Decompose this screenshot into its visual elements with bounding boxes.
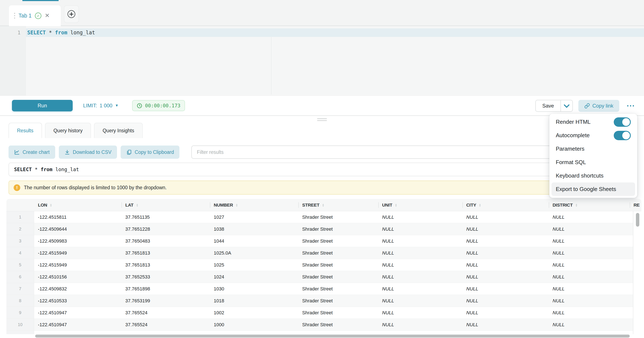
table-cell: 37.765524: [122, 307, 210, 318]
close-tab-icon[interactable]: ✕: [45, 13, 50, 19]
menu-item-label: Parameters: [556, 145, 584, 152]
column-header-street[interactable]: STREET▲▼: [298, 199, 378, 211]
sql-editor[interactable]: 1 SELECT * from long_lat: [0, 26, 644, 96]
copy-link-label: Copy link: [592, 103, 614, 109]
table-row[interactable]: 6-122.451015637.76525331024Shrader Stree…: [6, 271, 633, 283]
table-row[interactable]: 1-122.451581137.76511351027Shrader Stree…: [6, 211, 633, 223]
menu-item-render-html[interactable]: Render HTML: [550, 115, 637, 129]
table-cell: NULL: [549, 259, 630, 271]
table-row[interactable]: 3-122.450998337.76504831044Shrader Stree…: [6, 235, 633, 247]
sort-icon[interactable]: ▲▼: [50, 203, 52, 207]
copy-to-clipboard-button[interactable]: Copy to Clipboard: [120, 145, 180, 159]
table-cell: Shrader Street: [298, 295, 378, 307]
table-cell: 37.7650483: [122, 235, 210, 247]
column-label: RE: [634, 203, 640, 208]
table-cell: 37.7651898: [122, 283, 210, 295]
table-cell: NULL: [549, 295, 630, 307]
query-success-icon: [35, 13, 41, 19]
add-tab-button[interactable]: [64, 5, 79, 23]
table-cell: -122.4509832: [34, 283, 122, 295]
table-row[interactable]: 4-122.451594937.76518131025.0AShrader St…: [6, 247, 633, 259]
menu-item-label: Render HTML: [556, 119, 590, 125]
row-number: 10: [6, 319, 34, 330]
menu-item-format-sql[interactable]: Format SQL: [550, 155, 637, 169]
column-label: UNIT: [382, 203, 392, 208]
vertical-scrollbar-thumb[interactable]: [636, 213, 639, 227]
save-button[interactable]: Save: [536, 100, 560, 111]
table-row[interactable]: 7-122.450983237.76518981030Shrader Stree…: [6, 283, 633, 295]
menu-item-keyboard-shortcuts[interactable]: Keyboard shortcuts: [550, 169, 637, 183]
table-row[interactable]: 10-122.451094737.7655241000Shrader Stree…: [6, 319, 633, 331]
results-tab-query-insights[interactable]: Query Insights: [94, 123, 142, 138]
save-options-chevron-icon[interactable]: [560, 100, 572, 111]
sort-icon[interactable]: ▲▼: [575, 203, 578, 207]
table-cell: Shrader Street: [298, 223, 378, 235]
plus-icon: [68, 10, 75, 18]
horizontal-scrollbar: [6, 334, 642, 338]
table-cell: -122.4509983: [34, 235, 122, 247]
active-line-highlight: [26, 28, 644, 37]
table-cell: NULL: [378, 211, 462, 223]
results-tab-results[interactable]: Results: [8, 123, 42, 138]
link-icon: [584, 103, 590, 109]
run-toolbar: Run LIMIT: 1 000 ▼ 00:00:00.173 Save Cop…: [0, 96, 644, 116]
table-row[interactable]: 2-122.450964437.76512281038Shrader Stree…: [6, 223, 633, 235]
table-cell: -122.4510156: [34, 271, 122, 283]
column-header-re[interactable]: RE▲▼: [630, 199, 642, 211]
column-label: NUMBER: [214, 203, 233, 208]
row-number: 7: [6, 283, 34, 295]
table-header-row: LON▲▼LAT▲▼NUMBER▲▼STREET▲▼UNIT▲▼CITY▲▼DI…: [6, 199, 642, 211]
toggle-switch-on[interactable]: [614, 131, 631, 140]
column-header-unit[interactable]: UNIT▲▼: [378, 199, 462, 211]
table-cell: -122.4515949: [34, 259, 122, 271]
download-to-csv-button[interactable]: Download to CSV: [59, 145, 117, 159]
sort-icon[interactable]: ▲▼: [479, 203, 481, 207]
table-cell: -122.4510533: [34, 295, 122, 307]
sort-icon[interactable]: ▲▼: [136, 203, 138, 207]
table-cell: Shrader Street: [298, 247, 378, 259]
row-number: 5: [6, 259, 34, 271]
table-cell: 1000: [210, 319, 298, 330]
column-label: LAT: [125, 203, 134, 208]
sort-icon[interactable]: ▲▼: [236, 203, 238, 207]
tab-1[interactable]: Tab 1 ✕: [9, 5, 61, 26]
drag-handle-icon[interactable]: [14, 13, 15, 19]
table-cell: NULL: [378, 319, 462, 330]
code-line[interactable]: SELECT * from long_lat: [27, 28, 95, 37]
tab-title: Tab 1: [18, 13, 32, 19]
table-cell: Shrader Street: [298, 307, 378, 318]
sort-icon[interactable]: ▲▼: [322, 203, 324, 207]
table-row[interactable]: 9-122.451094737.7655241002Shrader Street…: [6, 307, 633, 319]
table-cell: NULL: [549, 319, 630, 330]
table-cell: 37.7651813: [122, 259, 210, 271]
column-header-lat[interactable]: LAT▲▼: [122, 199, 210, 211]
column-header-district[interactable]: DISTRICT▲▼: [549, 199, 630, 211]
table-cell: NULL: [378, 307, 462, 318]
more-options-button[interactable]: [624, 100, 637, 112]
pane-resize-handle[interactable]: [317, 118, 327, 121]
menu-item-parameters[interactable]: Parameters: [550, 142, 637, 155]
sort-icon[interactable]: ▲▼: [395, 203, 397, 207]
table-cell: Shrader Street: [298, 271, 378, 283]
create-chart-button[interactable]: Create chart: [8, 145, 55, 159]
column-header-number[interactable]: NUMBER▲▼: [210, 199, 298, 211]
table-cell: NULL: [549, 283, 630, 295]
table-row[interactable]: 5-122.451594937.76518131025Shrader Stree…: [6, 259, 633, 271]
horizontal-scrollbar-thumb[interactable]: [35, 334, 630, 337]
run-button[interactable]: Run: [12, 100, 73, 111]
menu-item-label: Format SQL: [556, 159, 586, 165]
table-row[interactable]: 8-122.451053337.76531991018Shrader Stree…: [6, 295, 633, 307]
column-header-city[interactable]: CITY▲▼: [462, 199, 549, 211]
toggle-switch-on[interactable]: [614, 117, 631, 127]
results-tab-query-history[interactable]: Query history: [45, 123, 91, 138]
table-cell: -122.4515811: [34, 211, 122, 223]
copy-link-button[interactable]: Copy link: [578, 100, 619, 112]
table-cell: [630, 223, 634, 235]
timer-value: 00:00:00.173: [145, 103, 180, 108]
menu-item-export-to-google-sheets[interactable]: Export to Google Sheets: [552, 183, 635, 196]
column-header-lon[interactable]: LON▲▼: [34, 199, 122, 211]
table-cell: NULL: [378, 223, 462, 235]
limit-dropdown[interactable]: LIMIT: 1 000 ▼: [83, 100, 118, 111]
table-cell: NULL: [378, 235, 462, 247]
menu-item-autocomplete[interactable]: Autocomplete: [550, 129, 637, 142]
